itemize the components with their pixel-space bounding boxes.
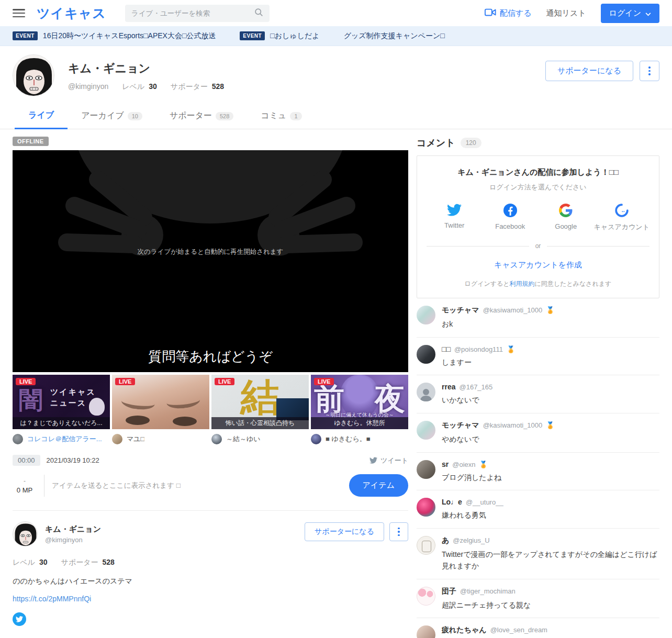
- twitcasting-logo[interactable]: ツイキャス: [37, 5, 106, 22]
- comment-author[interactable]: あ: [442, 536, 449, 545]
- level-value: 30: [149, 82, 157, 91]
- twitter-icon: [369, 457, 377, 464]
- profile-header: キム・ギニョン @kimginyon レベル 30 サポーター 528 サポータ…: [0, 46, 672, 96]
- event-link-3[interactable]: グッズ制作支援キャンペーン□: [344, 31, 445, 41]
- camera-icon: [485, 8, 496, 18]
- autoplay-message: 次のライブが始まると自動的に再生開始されます: [13, 248, 408, 256]
- tab-community[interactable]: コミュ1: [247, 105, 315, 129]
- event-badge-2: EVENT: [240, 31, 265, 40]
- comment-author[interactable]: rrea: [442, 383, 455, 391]
- broadcast-link[interactable]: 配信する: [485, 8, 532, 18]
- login-twitter-button[interactable]: Twitter: [427, 204, 483, 232]
- avatar[interactable]: [417, 625, 435, 638]
- facebook-icon: [503, 204, 517, 217]
- avatar[interactable]: [417, 498, 435, 517]
- or-divider: or: [535, 242, 541, 250]
- become-supporter-button[interactable]: サポーターになる: [545, 61, 633, 81]
- streamer-name[interactable]: コレコレ＠配信アラー...: [27, 434, 102, 444]
- comment-author[interactable]: モッチャマ: [442, 421, 479, 430]
- related-live-item[interactable]: LIVE マユ□: [112, 375, 209, 444]
- comment-item: モッチャマ@kasiwamoti_1000🏅 やめないで: [417, 413, 659, 453]
- supporters-value: 528: [212, 82, 224, 91]
- comment-author[interactable]: モッチャマ: [442, 306, 479, 315]
- comment-author[interactable]: sr: [442, 460, 449, 468]
- user-handle: @kimginyon: [45, 536, 101, 544]
- comment-author[interactable]: 団子: [442, 587, 456, 596]
- comment-text: 嫌われる勇気: [442, 510, 659, 521]
- avatar: [13, 434, 23, 444]
- search-box[interactable]: [125, 5, 270, 22]
- avatar[interactable]: [417, 345, 435, 364]
- item-placeholder-text: アイテムを送るとここに表示されます □: [52, 481, 181, 490]
- tweet-button[interactable]: ツイート: [369, 456, 408, 465]
- comment-text: やめないで: [442, 434, 659, 445]
- bio-link[interactable]: https://t.co/2pMMPnnfQi: [13, 595, 408, 603]
- comment-text: いかないで: [442, 395, 659, 406]
- avatar[interactable]: [417, 460, 435, 479]
- avatar[interactable]: [417, 306, 435, 324]
- login-facebook-button[interactable]: Facebook: [483, 204, 539, 232]
- thumb-caption: は？まじでありえないだろ...: [13, 417, 110, 429]
- login-casaccount-button[interactable]: キャスアカウント: [594, 204, 650, 232]
- live-badge: LIVE: [115, 378, 135, 385]
- related-live-item[interactable]: LIVE 結 怖い話・心霊相談凸待ち ～結～ゆい: [211, 375, 309, 444]
- elapsed-time: 00:00: [13, 455, 40, 466]
- login-title: キム・ギニョンさんの配信に参加しよう！□□: [427, 167, 649, 177]
- tab-live[interactable]: ライブ: [15, 105, 68, 129]
- login-google-button[interactable]: Google: [538, 204, 594, 232]
- streamer-name[interactable]: マユ□: [127, 434, 144, 444]
- supporters-label: サポーター: [61, 558, 98, 567]
- avatar[interactable]: [417, 421, 435, 440]
- streamer-name[interactable]: ～結～ゆい: [226, 434, 261, 444]
- comment-item: rrea@167_165 いかないで: [417, 375, 659, 413]
- comment-author[interactable]: Lo♩e: [442, 498, 462, 506]
- avatar[interactable]: [417, 536, 435, 555]
- more-options-button[interactable]: [389, 522, 408, 541]
- comment-author[interactable]: 疲れたちゃん: [442, 625, 487, 635]
- comment-text: Twitterで漫画の一部をアップされてますがその全編はどこ行けば見れますか: [442, 549, 659, 572]
- level-label: レベル: [122, 82, 144, 92]
- comment-item: sr@oiexn🏅 ブログ消したよね: [417, 453, 659, 491]
- level-label: レベル: [13, 558, 35, 567]
- comment-text: ブログ消したよね: [442, 472, 659, 484]
- avatar[interactable]: [417, 587, 435, 606]
- send-item-button[interactable]: アイテム: [349, 474, 408, 497]
- more-options-button[interactable]: [640, 61, 659, 81]
- comment-author[interactable]: □□: [442, 345, 451, 353]
- related-live-item[interactable]: LIVE 前 夜 ～明日に備えて休もうの会～ ゆきむら。休憩所 ■ ゆきむら。■: [311, 375, 408, 444]
- search-input[interactable]: [131, 9, 254, 17]
- avatar[interactable]: [13, 54, 54, 96]
- comment-item: □□@poisondog111🏅 しますー: [417, 338, 659, 376]
- supporter-medal-icon: 🏅: [479, 461, 488, 468]
- comment-text: しますー: [442, 357, 659, 368]
- avatar-default[interactable]: [417, 383, 435, 401]
- event-link-2[interactable]: □おしゅしだよ: [270, 31, 319, 41]
- comments-count-badge: 120: [461, 138, 481, 148]
- comments-title: コメント: [417, 137, 455, 149]
- comment-item: Lo♩e@__uturo__ 嫌われる勇気: [417, 490, 659, 529]
- become-supporter-button[interactable]: サポーターになる: [305, 522, 384, 541]
- thumb-caption: ゆきむら。休憩所: [311, 417, 408, 429]
- page-title-username: キム・ギニョン: [68, 61, 224, 76]
- avatar[interactable]: [13, 521, 38, 546]
- streamer-name[interactable]: ■ ゆきむら。■: [326, 434, 371, 444]
- notification-list-link[interactable]: 通知リスト: [546, 8, 586, 18]
- video-player[interactable]: 次のライブが始まると自動的に再生開始されます 質問等あればどうぞ: [13, 150, 408, 372]
- create-account-link[interactable]: キャスアカウントを作成: [427, 260, 649, 270]
- terms-link[interactable]: 利用規約: [510, 280, 535, 287]
- login-button[interactable]: ログイン: [601, 4, 659, 23]
- event-link-1[interactable]: 16日20時〜ツイキャスEsports□APEX大会□公式放送: [43, 31, 216, 41]
- comment-text: 超訳ニーチェ持ってる親な: [442, 600, 659, 611]
- tab-supporters[interactable]: サポーター528: [156, 105, 247, 129]
- supporter-medal-icon: 🏅: [507, 345, 515, 353]
- twitter-profile-button[interactable]: [13, 612, 26, 626]
- live-badge: LIVE: [314, 378, 334, 385]
- moja-silhouette: [13, 150, 408, 372]
- menu-icon[interactable]: [13, 9, 25, 17]
- related-live-list: LIVE 闇 ツイキャス ニュース は？まじでありえないだろ... コレコレ＠配…: [13, 375, 408, 444]
- tab-archive[interactable]: アーカイブ10: [68, 105, 156, 129]
- login-prompt-card: キム・ギニョンさんの配信に参加しよう！□□ ログイン方法を選んでください Twi…: [417, 155, 659, 298]
- avatar: [311, 434, 321, 444]
- related-live-item[interactable]: LIVE 闇 ツイキャス ニュース は？まじでありえないだろ... コレコレ＠配…: [13, 375, 110, 444]
- user-bio: ののかちゃんはハイエースのステマ: [13, 577, 408, 586]
